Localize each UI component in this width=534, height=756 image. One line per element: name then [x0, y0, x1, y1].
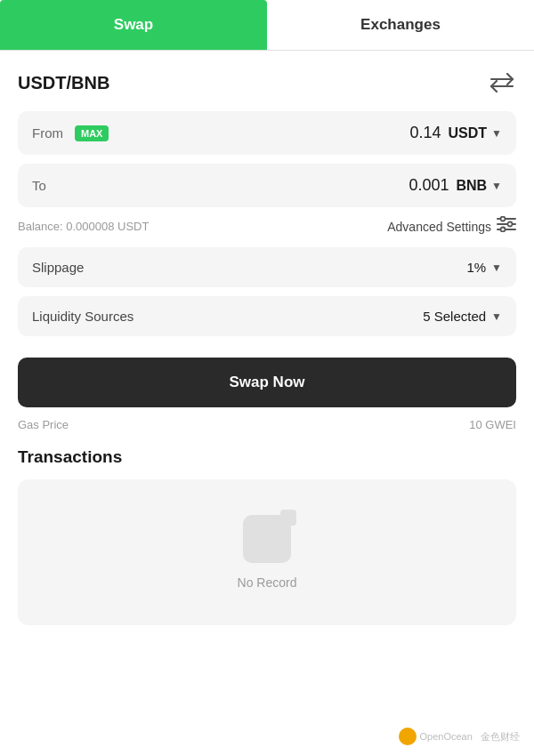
from-input-row: From MAX 0.14 USDT ▼: [18, 111, 516, 155]
slippage-value: 1%: [466, 260, 486, 275]
to-token-chevron-icon: ▼: [491, 180, 502, 192]
transactions-title: Transactions: [18, 447, 516, 467]
no-record-icon: [243, 515, 291, 563]
transactions-section: Transactions No Record: [18, 447, 516, 625]
svg-point-3: [501, 217, 506, 221]
pair-title: USDT/BNB: [18, 73, 109, 93]
balance-text: Balance: 0.000008 USDT: [18, 220, 149, 233]
max-button[interactable]: MAX: [75, 125, 109, 141]
tab-swap[interactable]: Swap: [0, 0, 267, 50]
main-content: USDT/BNB From MAX 0.14 USDT ▼ To: [0, 51, 534, 643]
app-container: Swap Exchanges USDT/BNB From MAX 0.14 US…: [0, 0, 534, 756]
to-value[interactable]: 0.001: [68, 176, 449, 195]
tab-bar: Swap Exchanges: [0, 0, 534, 51]
advanced-settings-label: Advanced Settings: [387, 220, 491, 234]
tab-exchanges[interactable]: Exchanges: [267, 0, 534, 50]
advanced-settings-button[interactable]: Advanced Settings: [387, 216, 516, 237]
liquidity-sources-value: 5 Selected: [423, 309, 486, 324]
balance-settings-row: Balance: 0.000008 USDT Advanced Settings: [18, 216, 516, 237]
liquidity-sources-label: Liquidity Sources: [32, 309, 134, 324]
swap-arrows-icon[interactable]: [488, 68, 516, 97]
svg-point-4: [508, 222, 513, 227]
watermark-logo-icon: [399, 728, 417, 745]
from-token-label: USDT: [449, 125, 488, 141]
to-token-selector[interactable]: BNB ▼: [456, 178, 502, 194]
from-value[interactable]: 0.14: [109, 124, 441, 142]
from-label: From: [32, 125, 68, 141]
to-token-label: BNB: [456, 178, 487, 194]
gas-price-value: 10 GWEI: [469, 418, 516, 431]
gas-price-label: Gas Price: [18, 418, 69, 431]
to-input-row: To 0.001 BNB ▼: [18, 164, 516, 207]
settings-sliders-icon: [497, 216, 516, 237]
svg-point-5: [501, 228, 506, 232]
no-record-box: No Record: [18, 479, 516, 625]
pair-header: USDT/BNB: [18, 68, 516, 97]
liquidity-sources-chevron-icon: ▼: [491, 310, 502, 323]
to-label: To: [32, 178, 68, 193]
slippage-row[interactable]: Slippage 1% ▼: [18, 247, 516, 287]
slippage-label: Slippage: [32, 260, 84, 275]
slippage-chevron-icon: ▼: [491, 261, 502, 274]
liquidity-sources-value-area: 5 Selected ▼: [423, 309, 502, 324]
slippage-value-area: 1% ▼: [466, 260, 502, 275]
no-record-text: No Record: [238, 575, 297, 590]
watermark: OpenOcean 金色财经: [399, 728, 521, 745]
from-token-chevron-icon: ▼: [491, 127, 502, 140]
liquidity-sources-row[interactable]: Liquidity Sources 5 Selected ▼: [18, 296, 516, 336]
gas-row: Gas Price 10 GWEI: [18, 418, 516, 431]
watermark-text: OpenOcean 金色财经: [420, 730, 521, 744]
from-token-selector[interactable]: USDT ▼: [449, 125, 502, 141]
swap-now-button[interactable]: Swap Now: [18, 358, 516, 407]
